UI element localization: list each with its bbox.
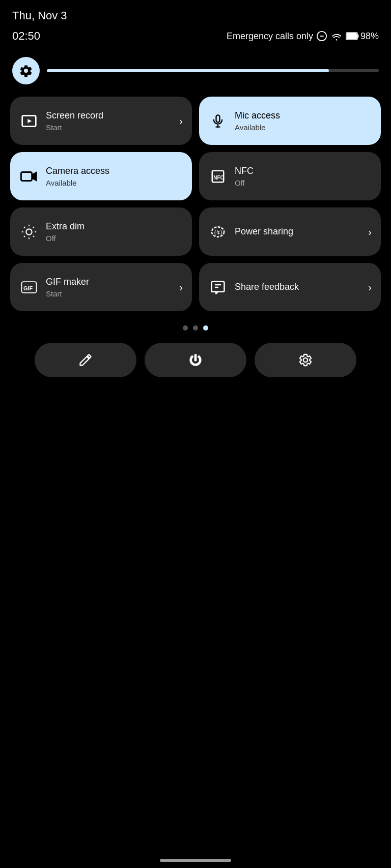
page-dot-1 bbox=[183, 325, 188, 331]
dnd-icon bbox=[316, 31, 327, 42]
extra-dim-subtitle: Off bbox=[46, 234, 182, 243]
gif-maker-title: GIF maker bbox=[46, 276, 182, 288]
brightness-slider[interactable] bbox=[47, 69, 379, 72]
status-bar: Thu, Nov 3 02:50 Emergency calls only 98 bbox=[0, 0, 391, 47]
gif-maker-arrow: › bbox=[179, 281, 183, 293]
brightness-control[interactable] bbox=[0, 47, 391, 89]
svg-marker-11 bbox=[32, 171, 37, 182]
camera-access-subtitle: Available bbox=[46, 178, 182, 187]
share-feedback-title: Share feedback bbox=[235, 281, 371, 293]
status-icons: Emergency calls only 98% bbox=[227, 31, 379, 42]
camera-icon bbox=[20, 168, 38, 185]
power-sharing-arrow: › bbox=[368, 226, 372, 237]
mic-access-tile[interactable]: Mic access Available bbox=[199, 97, 381, 145]
status-row: 02:50 Emergency calls only 98% bbox=[12, 29, 379, 43]
svg-text:GIF: GIF bbox=[23, 285, 33, 291]
svg-text:NFC: NFC bbox=[213, 175, 224, 181]
battery-icon bbox=[346, 32, 359, 41]
mic-access-title: Mic access bbox=[235, 110, 371, 122]
svg-point-14 bbox=[26, 229, 32, 234]
power-sharing-text: Power sharing bbox=[235, 226, 371, 237]
extra-dim-text: Extra dim Off bbox=[46, 221, 182, 243]
svg-marker-6 bbox=[27, 119, 32, 123]
screen-record-subtitle: Start bbox=[46, 123, 182, 132]
share-feedback-arrow: › bbox=[368, 281, 372, 293]
page-dot-3 bbox=[203, 325, 208, 331]
extra-dim-title: Extra dim bbox=[46, 221, 182, 232]
extra-dim-icon bbox=[20, 223, 38, 241]
screen-record-arrow: › bbox=[179, 115, 183, 127]
bottom-action-buttons bbox=[0, 338, 391, 393]
gif-maker-tile[interactable]: GIF GIF maker Start › bbox=[10, 263, 192, 311]
power-sharing-tile[interactable]: (↯) Power sharing › bbox=[199, 207, 381, 256]
power-sharing-icon: (↯) bbox=[209, 223, 227, 241]
time-display: 02:50 bbox=[12, 29, 40, 43]
settings-icon bbox=[298, 353, 313, 367]
edit-icon bbox=[78, 353, 93, 367]
nfc-tile[interactable]: NFC NFC Off bbox=[199, 152, 381, 200]
brightness-fill bbox=[47, 69, 329, 72]
svg-rect-4 bbox=[347, 33, 357, 39]
mic-icon bbox=[209, 112, 227, 130]
svg-line-22 bbox=[33, 226, 34, 227]
page-dot-2 bbox=[193, 325, 198, 331]
screen-record-tile[interactable]: Screen record Start › bbox=[10, 97, 192, 145]
emergency-text: Emergency calls only bbox=[227, 31, 313, 42]
brightness-icon-btn[interactable] bbox=[12, 57, 40, 84]
nfc-icon: NFC bbox=[209, 168, 227, 185]
edit-button[interactable] bbox=[35, 343, 136, 377]
camera-access-tile[interactable]: Camera access Available bbox=[10, 152, 192, 200]
svg-rect-3 bbox=[357, 35, 359, 38]
mic-access-text: Mic access Available bbox=[235, 110, 371, 132]
camera-access-text: Camera access Available bbox=[46, 165, 182, 187]
page-dots bbox=[0, 318, 391, 338]
svg-line-19 bbox=[24, 226, 25, 227]
svg-line-20 bbox=[33, 236, 34, 237]
nfc-text: NFC Off bbox=[235, 165, 371, 187]
screen-record-text: Screen record Start bbox=[46, 110, 182, 132]
gear-brightness-icon bbox=[19, 64, 33, 78]
svg-line-21 bbox=[24, 236, 25, 237]
mic-access-subtitle: Available bbox=[235, 123, 371, 132]
share-feedback-text: Share feedback bbox=[235, 281, 371, 293]
share-feedback-tile[interactable]: Share feedback › bbox=[199, 263, 381, 311]
screen-record-title: Screen record bbox=[46, 110, 182, 122]
power-sharing-title: Power sharing bbox=[235, 226, 371, 237]
wifi-icon bbox=[330, 31, 343, 42]
gif-maker-subtitle: Start bbox=[46, 289, 182, 298]
svg-rect-7 bbox=[216, 115, 220, 122]
extra-dim-tile[interactable]: Extra dim Off bbox=[10, 207, 192, 256]
date-display: Thu, Nov 3 bbox=[12, 9, 379, 22]
power-button[interactable] bbox=[145, 343, 246, 377]
camera-access-title: Camera access bbox=[46, 165, 182, 177]
home-indicator bbox=[160, 859, 231, 862]
nfc-title: NFC bbox=[235, 165, 371, 177]
screen-record-icon bbox=[20, 112, 38, 130]
feedback-icon bbox=[209, 279, 227, 296]
gif-icon: GIF bbox=[20, 279, 38, 296]
battery-display: 98% bbox=[346, 31, 379, 42]
quick-settings-grid: Screen record Start › Mic access Availab… bbox=[0, 89, 391, 318]
power-icon bbox=[188, 353, 203, 367]
nfc-subtitle: Off bbox=[235, 178, 371, 187]
svg-text:(↯): (↯) bbox=[214, 229, 222, 235]
svg-rect-10 bbox=[21, 172, 32, 181]
settings-button[interactable] bbox=[255, 343, 356, 377]
gif-maker-text: GIF maker Start bbox=[46, 276, 182, 298]
